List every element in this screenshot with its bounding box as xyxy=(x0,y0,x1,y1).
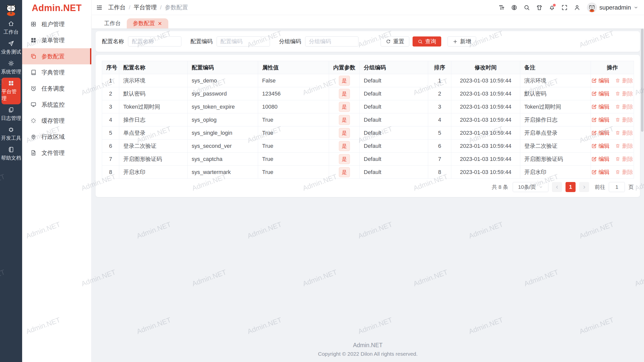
avatar xyxy=(587,3,597,13)
sidebar-item-clock[interactable]: 任务调度 xyxy=(22,80,91,97)
edit-icon xyxy=(591,78,597,83)
cell-actions: 编辑删除 xyxy=(591,74,634,87)
builtin-badge: 是 xyxy=(339,102,350,112)
cell-time: 2023-01-03 10:59:44 xyxy=(451,153,520,166)
sidebar-item-grid[interactable]: 菜单管理 xyxy=(22,32,91,48)
rail-item-gear[interactable]: 系统管理 xyxy=(0,58,22,78)
edit-button[interactable]: 编辑 xyxy=(591,129,610,137)
delete-button[interactable]: 删除 xyxy=(615,90,633,98)
delete-button[interactable]: 删除 xyxy=(615,103,633,111)
notebook-icon xyxy=(8,146,14,153)
cell-name: 操作日志 xyxy=(119,113,188,126)
scrollbar-thumb[interactable] xyxy=(641,29,643,132)
cell-code: sys_password xyxy=(188,87,258,100)
edit-button[interactable]: 编辑 xyxy=(591,116,610,124)
top-navbar: 工作台/平台管理/参数配置 superadmin xyxy=(92,0,644,15)
cell-code: sys_captcha xyxy=(188,153,258,166)
delete-button[interactable]: 删除 xyxy=(615,155,633,163)
profile-icon[interactable] xyxy=(572,2,582,13)
builtin-badge: 是 xyxy=(339,141,350,151)
delete-button[interactable]: 删除 xyxy=(615,116,633,124)
rail-item-send[interactable]: 业务测试 xyxy=(0,38,22,58)
column-header: 分组编码 xyxy=(360,61,428,74)
close-icon[interactable] xyxy=(157,21,162,26)
app-logo-mascot[interactable] xyxy=(0,0,22,18)
field-label: 配置名称 xyxy=(102,38,124,45)
cell-sort: 3 xyxy=(428,100,451,113)
cell-value: True xyxy=(258,113,329,126)
search-field-0: 配置名称 xyxy=(102,36,181,47)
cell-actions: 编辑删除 xyxy=(591,153,634,166)
rail-item-chip[interactable]: 开发工具 xyxy=(0,124,22,144)
delete-button[interactable]: 删除 xyxy=(615,142,633,150)
cell-time: 2023-01-03 10:59:44 xyxy=(451,113,520,126)
tab-参数配置[interactable]: 参数配置 xyxy=(127,18,168,28)
cell-group: Default xyxy=(360,140,428,153)
sidebar-item-pin[interactable]: 行政区域 xyxy=(22,129,91,145)
language-icon[interactable] xyxy=(509,2,519,13)
sidebar-item-monitor[interactable]: 系统监控 xyxy=(22,97,91,113)
field-input-2[interactable] xyxy=(305,36,358,47)
page-number-1[interactable]: 1 xyxy=(566,182,576,192)
rail-item-home[interactable]: 工作台 xyxy=(0,18,22,38)
edit-button[interactable]: 编辑 xyxy=(591,142,610,150)
tab-工作台[interactable]: 工作台 xyxy=(98,18,127,28)
chevron-down-icon xyxy=(539,185,543,189)
cell-group: Default xyxy=(360,87,428,100)
chevron-down-icon xyxy=(633,5,638,10)
edit-button[interactable]: 编辑 xyxy=(591,103,610,111)
cell-time: 2023-01-03 10:59:44 xyxy=(451,100,520,113)
edit-icon xyxy=(591,117,597,122)
delete-button[interactable]: 删除 xyxy=(615,77,633,84)
rail-item-label: 业务测试 xyxy=(1,49,21,55)
cell-sort: 7 xyxy=(428,153,451,166)
sidebar-item-param[interactable]: 参数配置 xyxy=(22,48,91,64)
edit-button[interactable]: 编辑 xyxy=(591,90,610,98)
breadcrumb-item[interactable]: 参数配置 xyxy=(165,4,188,11)
edit-button[interactable]: 编辑 xyxy=(591,168,610,176)
search-icon[interactable] xyxy=(521,2,532,13)
cell-code: sys_second_ver xyxy=(188,140,258,153)
cell-code: sys_token_expire xyxy=(188,100,258,113)
cell-time: 2023-01-03 10:59:44 xyxy=(451,166,520,179)
theme-icon[interactable] xyxy=(534,2,545,13)
sidebar-fold-icon[interactable] xyxy=(95,3,104,12)
fullscreen-icon[interactable] xyxy=(559,2,570,13)
add-button[interactable]: 新增 xyxy=(448,36,476,47)
sidebar-item-label: 菜单管理 xyxy=(42,36,65,44)
reset-button[interactable]: 重置 xyxy=(381,36,409,47)
sidebar-item-file[interactable]: 文件管理 xyxy=(22,145,91,161)
builtin-badge: 是 xyxy=(339,128,350,138)
prev-page-button[interactable] xyxy=(552,182,562,192)
field-input-1[interactable] xyxy=(217,36,270,47)
rail-item-docs[interactable]: 日志管理 xyxy=(0,104,22,124)
add-label: 新增 xyxy=(460,38,471,45)
edit-button[interactable]: 编辑 xyxy=(591,77,610,84)
font-size-icon[interactable] xyxy=(496,2,507,13)
sidebar-item-spinner[interactable]: 缓存管理 xyxy=(22,113,91,129)
sidebar-item-tenant[interactable]: 租户管理 xyxy=(22,16,91,32)
table-row: 7开启图形验证码sys_captchaTrue是Default72023-01-… xyxy=(102,153,634,166)
query-button[interactable]: 查询 xyxy=(413,36,441,47)
edit-button[interactable]: 编辑 xyxy=(591,155,610,163)
pin-icon xyxy=(30,133,37,140)
cell-index: 5 xyxy=(102,126,119,140)
user-menu[interactable]: superadmin xyxy=(587,3,638,13)
sidebar-item-book[interactable]: 字典管理 xyxy=(22,64,91,80)
cell-name: 默认密码 xyxy=(119,87,188,100)
rail-item-notebook[interactable]: 帮助文档 xyxy=(0,144,22,164)
delete-button[interactable]: 删除 xyxy=(615,129,633,137)
field-input-0[interactable] xyxy=(128,36,181,47)
cell-code: sys_single_login xyxy=(188,126,258,140)
rail-item-grid[interactable]: 平台管理 xyxy=(2,78,21,104)
delete-button[interactable]: 删除 xyxy=(615,168,633,176)
cell-value: True xyxy=(258,140,329,153)
goto-page-input[interactable] xyxy=(609,182,625,192)
breadcrumb-item[interactable]: 平台管理 xyxy=(134,4,157,11)
app-logo-text[interactable]: Admin.NET xyxy=(22,0,91,16)
next-page-button[interactable] xyxy=(579,182,589,192)
notification-icon[interactable] xyxy=(547,2,557,13)
builtin-badge: 是 xyxy=(339,115,350,125)
page-size-select[interactable]: 10条/页 xyxy=(513,182,548,192)
breadcrumb-item[interactable]: 工作台 xyxy=(108,4,126,11)
